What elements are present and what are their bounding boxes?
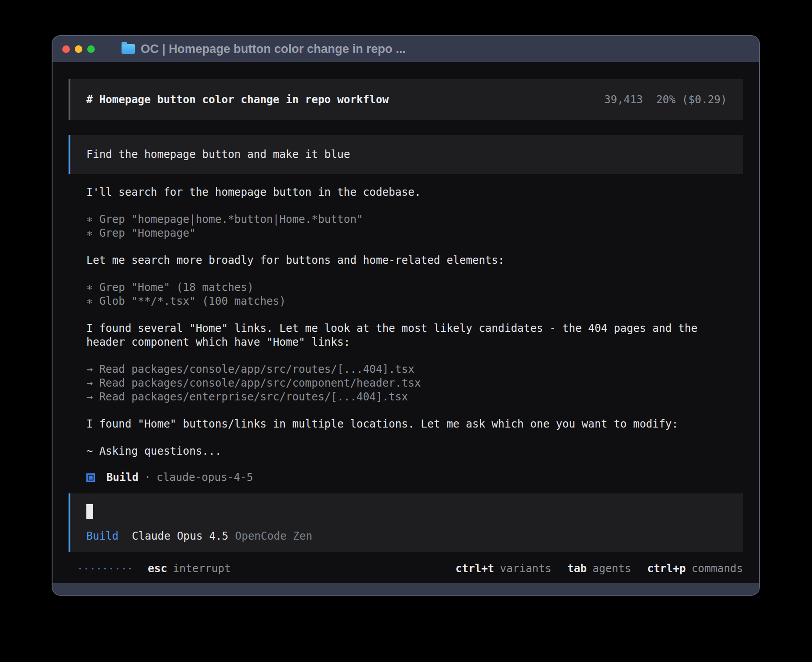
hint-variants[interactable]: ctrl+t variants [455,562,551,576]
text-cursor [86,504,93,519]
tool-call-label: Grep "homepage|home.*button|Home.*button… [93,213,363,226]
tool-call-read: → Read packages/console/app/src/routes/[… [86,363,743,376]
mode-indicator[interactable]: Build [86,529,118,543]
read-arrow-icon: → [86,363,93,375]
input-meta: Build Claude Opus 4.5 OpenCode Zen [86,529,727,543]
assistant-text: header component which have "Home" links… [86,335,743,349]
read-arrow-icon: → [86,377,93,389]
tool-call-label: Read packages/console/app/src/component/… [93,377,421,389]
tool-call-label: Read packages/enterprise/src/routes/[...… [93,391,408,403]
tool-call-read: → Read packages/enterprise/src/routes/[.… [86,390,743,404]
context-cost: 20% ($0.29) [656,93,727,107]
agent-status-row: Build · claude-opus-4-5 [86,471,743,484]
esc-label: interrupt [173,562,231,576]
session-header: # Homepage button color change in repo w… [69,79,743,120]
tool-bullet-icon: ∗ [86,281,93,294]
traffic-lights [62,45,95,53]
tool-call-label: Grep "Homepage" [93,227,195,239]
tool-call-glob: ∗ Glob "**/*.tsx" (100 matches) [86,295,743,308]
hint-label: commands [691,562,743,576]
terminal-window: OC | Homepage button color change in rep… [52,35,760,596]
assistant-text: I found "Home" buttons/links in multiple… [86,417,743,431]
assistant-text: I'll search for the homepage button in t… [86,186,743,199]
zoom-window-button[interactable] [87,45,95,53]
hint-key: ctrl+p [647,562,686,576]
status-bar: esc interrupt ctrl+t variants tab agents… [69,559,743,578]
session-stats: 39,413 20% ($0.29) [604,93,727,107]
hint-agents[interactable]: tab agents [568,562,631,576]
tool-bullet-icon: ∗ [86,227,93,239]
tool-call-label: Read packages/console/app/src/routes/[..… [93,363,414,375]
status-left: esc interrupt [69,562,231,576]
titlebar[interactable]: OC | Homepage button color change in rep… [53,36,759,62]
hint-key: ctrl+t [455,562,494,576]
spinner-dots-icon [79,568,131,569]
user-message-text: Find the homepage button and make it blu… [86,148,350,161]
window-title: OC | Homepage button color change in rep… [141,42,406,56]
hint-commands[interactable]: ctrl+p commands [647,562,743,576]
close-window-button[interactable] [62,45,70,53]
terminal-content: # Homepage button color change in repo w… [53,62,759,583]
hint-key: tab [568,562,587,576]
tool-call-grep: ∗ Grep "Homepage" [86,226,743,240]
tool-bullet-icon: ∗ [86,213,93,226]
agent-model: claude-opus-4-5 [157,471,253,484]
hint-label: agents [593,562,631,576]
agent-build-icon [86,473,95,482]
separator-dot: · [144,471,150,484]
prompt-input[interactable]: Build Claude Opus 4.5 OpenCode Zen [69,493,743,552]
tool-bullet-icon: ∗ [86,295,93,307]
assistant-text: I found several "Home" links. Let me loo… [86,322,743,335]
agent-name: Build [106,471,138,484]
tool-call-label: Grep "Home" (18 matches) [93,281,253,294]
folder-icon [122,44,135,54]
status-right: ctrl+t variants tab agents ctrl+p comman… [439,562,743,576]
tool-call-grep: ∗ Grep "Home" (18 matches) [86,281,743,295]
user-message: Find the homepage button and make it blu… [69,135,743,174]
session-title: # Homepage button color change in repo w… [86,93,389,107]
hint-label: variants [500,562,552,576]
provider-indicator: OpenCode Zen [235,529,312,543]
assistant-working-status: ~ Asking questions... [86,444,743,458]
token-count: 39,413 [604,93,643,107]
tool-call-read: → Read packages/console/app/src/componen… [86,376,743,390]
window-bottom-strip [53,583,759,595]
assistant-output: I'll search for the homepage button in t… [69,174,743,484]
read-arrow-icon: → [86,391,93,403]
model-indicator[interactable]: Claude Opus 4.5 [132,529,228,543]
tool-call-label: Glob "**/*.tsx" (100 matches) [93,295,285,307]
minimize-window-button[interactable] [75,45,82,53]
esc-key[interactable]: esc [148,562,167,576]
tool-call-grep: ∗ Grep "homepage|home.*button|Home.*butt… [86,213,743,226]
assistant-text: Let me search more broadly for buttons a… [86,254,743,267]
